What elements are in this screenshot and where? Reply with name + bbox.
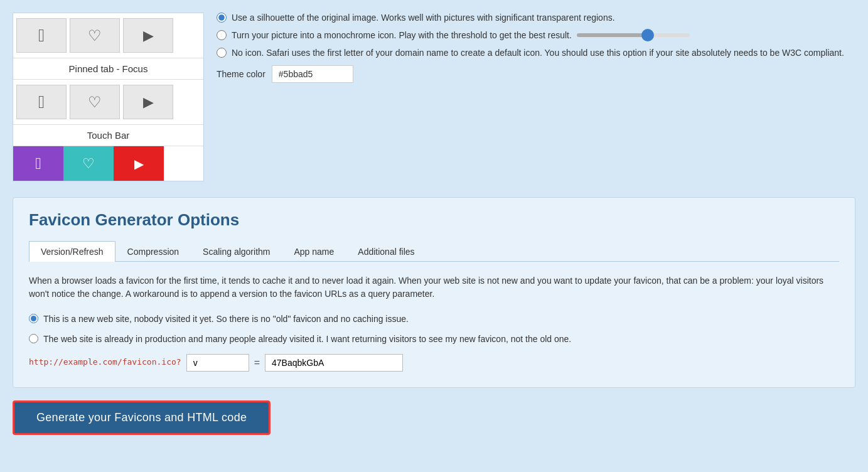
page-wrapper:  ♡ ▶ Pinned tab - Focus  ♡ xyxy=(0,0,868,448)
tb-apple-icon:  xyxy=(35,154,41,173)
version-radio1-row: This is a new web site, nobody visited i… xyxy=(29,312,839,326)
apple-icon-box-2:  xyxy=(16,85,67,119)
youtube-icon-box: ▶ xyxy=(123,18,173,53)
apple-logo-icon-2:  xyxy=(38,92,45,112)
tab-additionalfiles[interactable]: Additional files xyxy=(346,241,426,262)
generate-button[interactable]: Generate your Favicons and HTML code xyxy=(13,400,271,435)
generate-btn-wrapper: Generate your Favicons and HTML code xyxy=(13,400,271,435)
radio-noicon-row: No icon. Safari uses the first letter of… xyxy=(217,48,855,58)
pin-icon-box: ♡ xyxy=(70,18,120,53)
tab-version[interactable]: Version/Refresh xyxy=(29,241,115,262)
youtube-icon-box-2: ▶ xyxy=(123,85,173,119)
tb-yt-icon: ▶ xyxy=(134,156,144,171)
version-radio1-label: This is a new web site, nobody visited i… xyxy=(43,312,409,326)
radio-silhouette[interactable] xyxy=(217,13,227,23)
tb-apple-box:  xyxy=(13,146,63,181)
tabs-row: Version/Refresh Compression Scaling algo… xyxy=(29,241,839,262)
version-radio-existing[interactable] xyxy=(29,334,38,343)
tb-pin-icon: ♡ xyxy=(82,156,95,172)
tab-content-version: When a browser loads a favicon for the f… xyxy=(29,274,839,372)
version-param-input[interactable] xyxy=(186,354,249,372)
radio-monochrome[interactable] xyxy=(217,30,227,40)
touch-bar-label: Touch Bar xyxy=(13,125,203,146)
radio-noicon-label: No icon. Safari uses the first letter of… xyxy=(232,48,844,58)
youtube-icon-2: ▶ xyxy=(143,94,154,110)
url-label: http://example.com/favicon.ico? xyxy=(29,356,181,369)
threshold-slider-container xyxy=(577,33,715,37)
theme-color-row: Theme color xyxy=(217,65,855,83)
hash-value-input[interactable] xyxy=(265,354,403,372)
gray-icons-row:  ♡ ▶ xyxy=(13,13,203,58)
equals-sign: = xyxy=(254,355,260,371)
tab-compression[interactable]: Compression xyxy=(115,241,191,262)
top-section:  ♡ ▶ Pinned tab - Focus  ♡ xyxy=(13,6,855,191)
gray-icons-row-2:  ♡ ▶ xyxy=(13,80,203,125)
pin-icon: ♡ xyxy=(88,27,102,45)
tb-yt-box: ▶ xyxy=(114,146,164,181)
pinned-tab-label: Pinned tab - Focus xyxy=(13,58,203,80)
pin-icon-2: ♡ xyxy=(88,94,102,111)
version-radio-newsite[interactable] xyxy=(29,314,38,323)
version-description: When a browser loads a favicon for the f… xyxy=(29,274,839,301)
pin-icon-box-2: ♡ xyxy=(70,85,120,119)
preview-panel:  ♡ ▶ Pinned tab - Focus  ♡ xyxy=(13,13,204,181)
theme-color-input[interactable] xyxy=(272,65,353,83)
youtube-icon: ▶ xyxy=(143,28,154,44)
version-radio2-label: The web site is already in production an… xyxy=(43,332,571,346)
main-card: Favicon Generator Options Version/Refres… xyxy=(13,197,855,388)
apple-icon-box:  xyxy=(16,18,67,53)
radio-silhouette-row: Use a silhouette of the original image. … xyxy=(217,13,855,23)
theme-color-label: Theme color xyxy=(217,69,265,79)
tb-pin-box: ♡ xyxy=(63,146,114,181)
touchbar-row:  ♡ ▶ xyxy=(13,146,203,181)
version-radio2-row: The web site is already in production an… xyxy=(29,332,839,346)
radio-silhouette-label: Use a silhouette of the original image. … xyxy=(232,13,615,23)
radio-monochrome-label: Turn your picture into a monochrome icon… xyxy=(232,30,572,40)
threshold-slider[interactable] xyxy=(577,33,690,37)
touch-bar-text: Touch Bar xyxy=(87,130,130,141)
apple-logo-icon:  xyxy=(38,26,45,46)
radio-monochrome-row: Turn your picture into a monochrome icon… xyxy=(217,30,855,40)
options-panel: Use a silhouette of the original image. … xyxy=(217,13,855,181)
tab-scaling[interactable]: Scaling algorithm xyxy=(191,241,282,262)
radio-noicon[interactable] xyxy=(217,48,227,58)
tab-appname[interactable]: App name xyxy=(282,241,346,262)
section-title: Favicon Generator Options xyxy=(29,210,839,230)
url-version-row: http://example.com/favicon.ico? = xyxy=(29,354,839,372)
pinned-tab-text: Pinned tab - Focus xyxy=(69,63,148,74)
